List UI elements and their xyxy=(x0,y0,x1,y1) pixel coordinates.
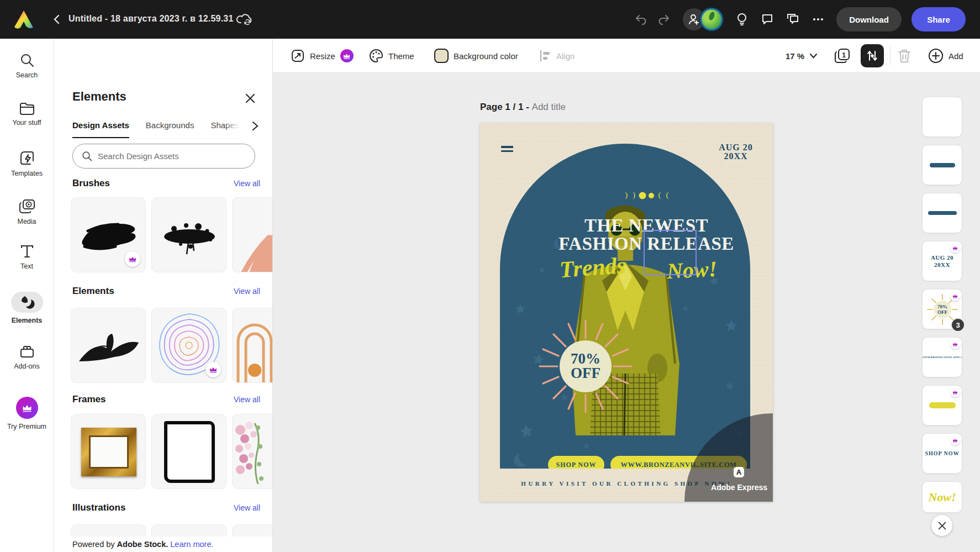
add-title-placeholder[interactable]: Add title xyxy=(532,102,566,112)
reorder-pages-button-active[interactable] xyxy=(861,44,884,67)
media-icon xyxy=(19,199,35,214)
align-button: Align xyxy=(539,39,575,73)
brush-thumbnail-splatter[interactable] xyxy=(151,197,226,272)
theme-label: Theme xyxy=(388,51,414,61)
frames-view-all[interactable]: View all xyxy=(234,395,260,404)
share-button[interactable]: Share xyxy=(911,7,966,31)
brushes-view-all[interactable]: View all xyxy=(234,179,260,188)
sidebar-item-text[interactable]: Text xyxy=(0,244,54,270)
sidebar-item-media[interactable]: Media xyxy=(0,199,54,225)
element-thumbnail-warp[interactable] xyxy=(71,308,146,383)
element-card-shop-now[interactable]: SHOP NOW xyxy=(922,433,962,474)
tabs-overflow-chevron[interactable] xyxy=(251,121,259,131)
element-thumbnail-contours[interactable] xyxy=(151,308,226,383)
pink-brush-stroke xyxy=(233,198,273,272)
brush-thumbnail-stroke[interactable] xyxy=(71,197,146,272)
document-title[interactable]: Untitled - 18 августа 2023 г. в 12.59.31 xyxy=(69,14,234,24)
poster-headline[interactable]: THE NEWEST FASHION RELEASE xyxy=(500,217,750,253)
tab-design-assets[interactable]: Design Assets xyxy=(72,120,129,138)
redo-button[interactable] xyxy=(654,9,675,30)
tab-shapes[interactable]: Shapes xyxy=(210,120,239,130)
background-color-button[interactable]: Background color xyxy=(434,39,518,73)
undo-button[interactable] xyxy=(630,9,651,30)
selection-outline[interactable] xyxy=(644,230,697,275)
discount-off: OFF xyxy=(571,366,600,381)
lightbulb-icon[interactable] xyxy=(731,9,752,30)
pages-icon: 1 xyxy=(834,48,851,64)
design-page[interactable]: THE NEWEST FASHION RELEASE Trends Now! 7… xyxy=(480,123,773,502)
theme-button[interactable]: Theme xyxy=(369,39,414,73)
panel-close-button[interactable] xyxy=(244,92,257,105)
cloud-sync-icon xyxy=(236,12,253,25)
user-avatar[interactable] xyxy=(700,8,723,30)
comments-panel-icon[interactable] xyxy=(782,9,803,30)
element-card-blank[interactable] xyxy=(922,97,962,137)
add-page-button[interactable]: Add xyxy=(928,39,963,73)
illustrations-view-all[interactable]: View all xyxy=(234,503,260,512)
learn-more-link[interactable]: Learn more. xyxy=(168,540,213,549)
more-options-button[interactable] xyxy=(808,9,829,30)
element-thumbnail-arches[interactable] xyxy=(232,308,273,383)
trends-script-text[interactable]: Trends xyxy=(559,252,626,283)
resize-button[interactable]: Resize xyxy=(291,39,354,73)
poster-date-line1: AUG 20 xyxy=(712,143,760,152)
design-assets-search[interactable] xyxy=(72,144,255,169)
crescent-decoration xyxy=(510,450,530,469)
page-label[interactable]: Page 1 / 1 - Add title xyxy=(480,102,566,113)
panel-tabs: Design Assets Backgrounds Shapes xyxy=(72,120,260,138)
element-card-pill[interactable] xyxy=(922,385,962,425)
poster-menu-icon[interactable] xyxy=(501,146,513,154)
try-premium-button[interactable]: Try Premium xyxy=(0,397,54,430)
frame-thumbnail-floral[interactable] xyxy=(232,414,273,489)
sidebar-item-templates[interactable]: Templates xyxy=(0,150,54,177)
sidebar-item-add-ons[interactable]: Add-ons xyxy=(0,345,54,370)
elements-view-all[interactable]: View all xyxy=(234,287,260,296)
element-card-bar[interactable] xyxy=(922,193,962,233)
premium-crown-badge xyxy=(950,435,960,445)
star-decoration xyxy=(724,380,735,391)
element-card-url[interactable]: WWW.BRONZEANVIL.SITE.C xyxy=(922,337,962,377)
search-input[interactable] xyxy=(98,151,236,161)
shop-now-button[interactable]: SHOP NOW xyxy=(548,456,604,469)
sidebar-item-elements[interactable]: Elements xyxy=(0,292,54,324)
frame-thumbnail-grunge[interactable] xyxy=(151,414,226,489)
svg-text:70%: 70% xyxy=(937,304,947,309)
element-card-discount[interactable]: 70% OFF 3 xyxy=(922,289,962,329)
sidebar-label-templates: Templates xyxy=(11,170,43,177)
close-rail-button[interactable] xyxy=(931,515,952,536)
poster-date[interactable]: AUG 20 20XX xyxy=(712,143,760,161)
download-button[interactable]: Download xyxy=(836,7,902,31)
sidebar-label-elements: Elements xyxy=(12,317,43,324)
chevron-down-icon xyxy=(809,53,818,59)
left-nav-rail: Search Your stuff Templates Media Text E… xyxy=(0,39,54,552)
sidebar-item-search[interactable]: Search xyxy=(0,53,54,79)
templates-icon xyxy=(19,150,35,166)
sidebar-item-your-stuff[interactable]: Your stuff xyxy=(0,102,54,127)
search-icon xyxy=(82,151,92,161)
premium-crown-badge xyxy=(950,387,960,397)
black-sketch-frame xyxy=(164,421,215,483)
tab-backgrounds[interactable]: Backgrounds xyxy=(146,120,194,138)
zoom-control[interactable]: 17 % xyxy=(786,39,818,73)
brush-thumbnail-pink[interactable] xyxy=(232,197,273,272)
add-person-icon xyxy=(688,13,700,25)
back-button[interactable] xyxy=(49,12,64,27)
section-illustrations: Illustrations xyxy=(72,502,125,513)
adobe-stock-footer: Powered by Adobe Stock. Learn more. xyxy=(54,537,272,552)
pages-button[interactable]: 1 xyxy=(834,39,851,73)
add-label: Add xyxy=(949,51,963,61)
discount-badge[interactable]: 70% OFF xyxy=(539,319,633,413)
align-label: Align xyxy=(556,51,575,61)
adobe-express-logo[interactable] xyxy=(13,9,34,29)
frame-thumbnail-gold[interactable] xyxy=(71,414,146,489)
toolbar-divider xyxy=(890,46,891,65)
mini-url-text: WWW.BRONZEANVIL.SITE.C xyxy=(923,356,962,359)
premium-crown-badge xyxy=(125,251,140,267)
section-frames: Frames xyxy=(72,394,106,405)
comment-icon[interactable] xyxy=(757,9,778,30)
premium-crown-icon xyxy=(340,49,354,62)
element-card-bar[interactable] xyxy=(922,145,962,185)
element-card-now-script[interactable]: Now! xyxy=(922,481,962,513)
element-card-date[interactable]: AUG 2020XX xyxy=(922,241,962,281)
crown-icon xyxy=(22,404,32,412)
